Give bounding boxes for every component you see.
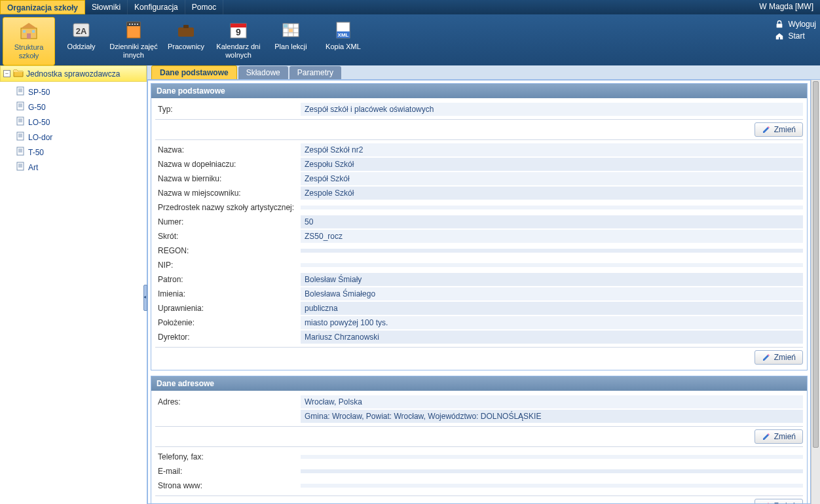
tree-item-1[interactable]: G-50 <box>14 99 147 115</box>
change-button[interactable]: Zmień <box>755 122 803 137</box>
field-value: Mariusz Chrzanowski <box>301 331 803 344</box>
field-value <box>301 263 803 268</box>
svg-text:9: 9 <box>236 27 241 37</box>
pencil-icon <box>762 501 771 504</box>
change-button[interactable]: Zmień <box>755 499 803 504</box>
menu-item-1[interactable]: Słowniki <box>85 0 128 14</box>
ribbon-label: Oddziały <box>67 43 96 51</box>
document-icon <box>16 132 25 143</box>
svg-rect-41 <box>17 132 24 140</box>
ribbon-item-journal[interactable]: Dzienniki zajęć innych <box>107 17 160 65</box>
svg-point-12 <box>137 24 138 25</box>
field-value <box>301 484 803 488</box>
svg-rect-49 <box>17 162 24 170</box>
tree-root[interactable]: − Jednostka sprawozdawcza <box>0 65 147 82</box>
scrollbar-thumb[interactable] <box>813 81 819 448</box>
ribbon-item-calendar[interactable]: 9Kalendarz dni wolnych <box>212 17 265 65</box>
document-icon <box>16 101 25 113</box>
xml-icon: XML <box>331 20 355 41</box>
tabs: Dane podstawoweSkładoweParametry <box>147 65 820 80</box>
field-value: publiczna <box>301 302 803 315</box>
field-value: Wrocław, Polska <box>301 395 803 409</box>
field-value: Bolesław Śmiały <box>301 273 803 287</box>
menu-item-2[interactable]: Konfiguracja <box>128 0 185 14</box>
tree-item-label: SP-50 <box>28 88 50 97</box>
lock-icon <box>775 20 784 29</box>
document-icon <box>16 147 25 158</box>
svg-rect-23 <box>284 24 288 27</box>
svg-rect-13 <box>178 27 194 37</box>
document-icon <box>16 117 25 128</box>
tree-item-label: LO-dor <box>28 133 52 142</box>
vertical-scrollbar[interactable] <box>811 80 820 504</box>
field-value: Bolesława Śmiałego <box>301 287 803 301</box>
svg-rect-4 <box>32 30 35 33</box>
ribbon-label: Pracownicy <box>168 43 204 51</box>
field-label: Nazwa w bierniku: <box>155 172 301 185</box>
ribbon-item-school[interactable]: Struktura szkoły <box>3 17 55 65</box>
collapse-icon[interactable]: − <box>3 70 10 77</box>
svg-rect-14 <box>183 25 189 28</box>
svg-rect-24 <box>289 29 293 32</box>
tree-item-3[interactable]: LO-dor <box>14 130 147 145</box>
tree-item-label: Art <box>28 163 38 172</box>
ribbon-item-timetable[interactable]: Plan lekcji <box>265 17 317 65</box>
field-label: Imienia: <box>155 287 301 300</box>
field-value <box>301 469 803 474</box>
content: Dane podstawoweTyp:Zespół szkół i placów… <box>147 80 811 504</box>
field-label: Przedrostek nazwy szkoły artystycznej: <box>155 201 301 214</box>
svg-rect-29 <box>17 87 24 95</box>
ribbon-label: Kopia XML <box>326 43 361 51</box>
menu-item-3[interactable]: Pomoc <box>185 0 223 14</box>
menu-item-0[interactable]: Organizacja szkoły <box>0 0 85 14</box>
field-label: Adres: <box>155 395 301 408</box>
field-value: ZS50_rocz <box>301 230 803 243</box>
tab-0[interactable]: Dane podstawowe <box>151 65 237 79</box>
briefcase-icon <box>174 20 198 41</box>
tree-item-label: G-50 <box>28 103 46 112</box>
field-label: Dyrektor: <box>155 331 301 344</box>
pencil-icon <box>762 432 771 441</box>
field-label: Strona www: <box>155 479 301 492</box>
tree-root-label: Jednostka sprawozdawcza <box>26 69 120 79</box>
header-link-lock[interactable]: Wyloguj <box>775 18 816 30</box>
field-value: Zespół Szkół <box>301 172 803 186</box>
tree-item-label: LO-50 <box>28 118 50 127</box>
tree-item-5[interactable]: Art <box>14 160 147 175</box>
field-value: 50 <box>301 215 803 229</box>
ribbon-right: WylogujStart <box>775 18 816 42</box>
tree-item-4[interactable]: T-50 <box>14 145 147 160</box>
tree-item-2[interactable]: LO-50 <box>14 115 147 130</box>
change-button[interactable]: Zmień <box>755 429 803 444</box>
svg-text:XML: XML <box>338 32 349 38</box>
field-value: Gmina: Wrocław, Powiat: Wrocław, Wojewód… <box>301 410 803 423</box>
ribbon-item-class[interactable]: 2AOddziały <box>55 17 107 65</box>
panel-header: Dane podstawowe <box>151 84 807 98</box>
field-label: Uprawnienia: <box>155 302 301 315</box>
tab-2[interactable]: Parametry <box>289 66 341 79</box>
field-label: Telefony, fax: <box>155 450 301 463</box>
field-label: NIP: <box>155 259 301 272</box>
field-label: Nazwa: <box>155 143 301 156</box>
svg-rect-45 <box>17 147 24 155</box>
timetable-icon <box>279 20 303 41</box>
header-link-home[interactable]: Start <box>775 30 816 42</box>
field-value: Zespół szkół i placówek oświatowych <box>301 103 803 117</box>
field-label: Położenie: <box>155 316 301 329</box>
field-label: Patron: <box>155 273 301 286</box>
user-info: W Magda [MW] <box>753 0 820 14</box>
ribbon-label: Dzienniki zajęć innych <box>107 43 160 60</box>
field-value <box>301 455 803 459</box>
ribbon-label: Kalendarz dni wolnych <box>212 43 265 60</box>
calendar-icon: 9 <box>227 20 250 41</box>
ribbon-item-briefcase[interactable]: Pracownicy <box>160 17 212 65</box>
field-label: REGON: <box>155 244 301 257</box>
change-button[interactable]: Zmień <box>755 350 803 365</box>
ribbon-item-xml[interactable]: XMLKopia XML <box>317 17 369 65</box>
ribbon-label: Plan lekcji <box>274 43 307 51</box>
main: Dane podstawoweSkładoweParametry Dane po… <box>147 65 820 504</box>
tab-1[interactable]: Składowe <box>238 66 288 79</box>
document-icon <box>16 162 25 173</box>
tree-item-0[interactable]: SP-50 <box>14 84 147 99</box>
document-icon <box>16 86 25 98</box>
